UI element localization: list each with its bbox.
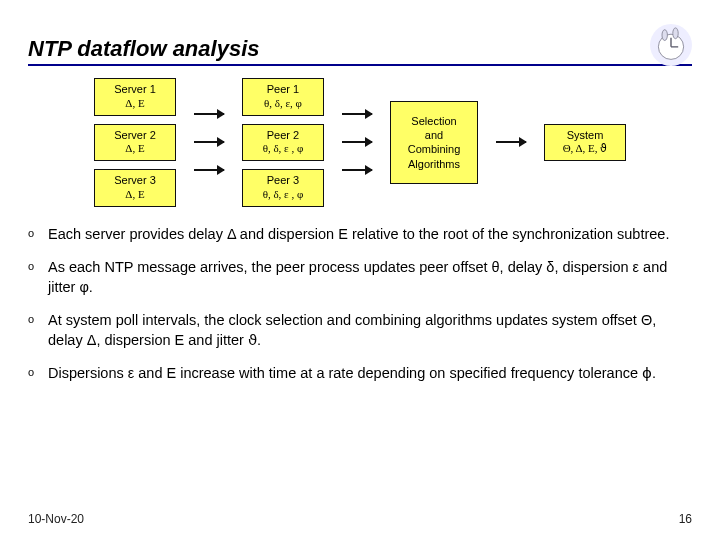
server-label: Server 2 <box>103 129 167 143</box>
arrow-icon <box>194 141 224 143</box>
arrow-icon <box>194 113 224 115</box>
svg-point-4 <box>673 28 678 39</box>
bullet-item: At system poll intervals, the clock sele… <box>48 311 684 350</box>
bullet-item: As each NTP message arrives, the peer pr… <box>48 258 684 297</box>
server-symbols: Δ, Ε <box>103 97 167 111</box>
dataflow-diagram: Server 1 Δ, Ε Server 2 Δ, Ε Server 3 Δ, … <box>28 78 692 207</box>
rabbit-clock-icon <box>650 24 692 66</box>
peer-symbols: θ, δ, ε , φ <box>251 188 315 202</box>
arrow-icon <box>342 141 372 143</box>
peer-box: Peer 3 θ, δ, ε , φ <box>242 169 324 207</box>
system-symbols: Θ, Δ, Ε, ϑ <box>553 142 617 156</box>
title-bar: NTP dataflow analysis <box>28 20 692 66</box>
peers-column: Peer 1 θ, δ, ε, φ Peer 2 θ, δ, ε , φ Pee… <box>242 78 324 207</box>
peer-label: Peer 2 <box>251 129 315 143</box>
footer-page: 16 <box>679 512 692 526</box>
slide-title: NTP dataflow analysis <box>28 36 259 62</box>
peer-symbols: θ, δ, ε, φ <box>251 97 315 111</box>
bullet-item: Dispersions ε and Ε increase with time a… <box>48 364 684 384</box>
server-symbols: Δ, Ε <box>103 188 167 202</box>
server-box: Server 3 Δ, Ε <box>94 169 176 207</box>
arrow-icon <box>496 141 526 143</box>
selection-box: Selection and Combining Algorithms <box>390 101 478 184</box>
server-symbols: Δ, Ε <box>103 142 167 156</box>
bullet-item: Each server provides delay Δ and dispers… <box>48 225 684 245</box>
peer-symbols: θ, δ, ε , φ <box>251 142 315 156</box>
server-label: Server 3 <box>103 174 167 188</box>
peer-label: Peer 1 <box>251 83 315 97</box>
peer-box: Peer 1 θ, δ, ε, φ <box>242 78 324 116</box>
arrow-icon <box>342 113 372 115</box>
arrow-icon <box>194 169 224 171</box>
system-label: System <box>553 129 617 143</box>
footer-date: 10-Nov-20 <box>28 512 84 526</box>
arrow-icon <box>342 169 372 171</box>
slide-footer: 10-Nov-20 16 <box>28 512 692 526</box>
bullet-list: Each server provides delay Δ and dispers… <box>28 225 692 384</box>
svg-point-3 <box>662 30 667 41</box>
arrows-peers-to-selection <box>342 113 372 171</box>
peer-box: Peer 2 θ, δ, ε , φ <box>242 124 324 162</box>
peer-label: Peer 3 <box>251 174 315 188</box>
server-box: Server 2 Δ, Ε <box>94 124 176 162</box>
server-label: Server 1 <box>103 83 167 97</box>
system-box: System Θ, Δ, Ε, ϑ <box>544 124 626 162</box>
servers-column: Server 1 Δ, Ε Server 2 Δ, Ε Server 3 Δ, … <box>94 78 176 207</box>
arrows-servers-to-peers <box>194 113 224 171</box>
server-box: Server 1 Δ, Ε <box>94 78 176 116</box>
